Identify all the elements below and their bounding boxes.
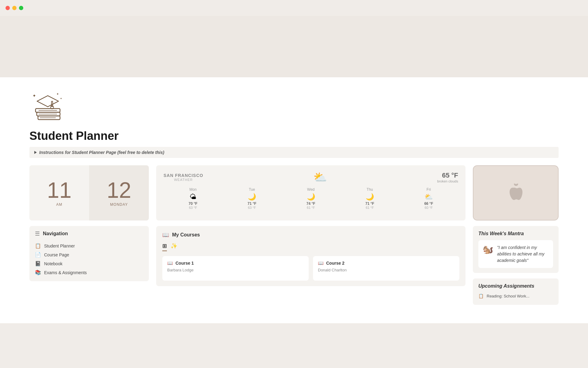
nav-item-label: Notebook [44, 261, 62, 266]
page-title: Student Planner [29, 129, 559, 143]
clock-period: AM [56, 202, 62, 207]
nav-item-student-planner[interactable]: 📋 Student Planner [35, 241, 143, 250]
assignments-title: Upcoming Assignments [478, 283, 553, 289]
forecast-mon-icon: 🌤 [164, 193, 222, 201]
weather-description: broken clouds [437, 179, 458, 183]
nav-item-label: Student Planner [44, 243, 75, 248]
main-grid: 11 AM 12 MONDAY ☰ Navigation 📋 Student P… [29, 165, 559, 305]
course-card-2[interactable]: 📖 Course 2 Donald Charlton [313, 256, 459, 281]
course-1-instructor: Barbara Lodge [167, 268, 304, 272]
weather-city: SAN FRANCISCO WEATHER [164, 173, 203, 182]
close-button[interactable] [6, 6, 10, 10]
weather-label: WEATHER [164, 178, 203, 182]
svg-marker-6 [37, 96, 58, 107]
forecast-wed-hi: 74 °F [281, 201, 340, 206]
mantra-widget: This Week's Mantra 🐿️ "I am confident in… [473, 226, 559, 273]
forecast-mon-hi: 70 °F [164, 201, 222, 206]
weather-forecast: Mon 🌤 70 °F 63 °F Tue 🌙 71 °F 63 °F Wed … [164, 187, 458, 209]
weather-current: 65 °F broken clouds [437, 171, 458, 183]
courses-icon: 📖 [162, 232, 169, 238]
weather-temp: 65 °F [437, 171, 458, 179]
mantra-title: This Week's Mantra [478, 231, 553, 236]
courses-header: 📖 My Courses [162, 232, 459, 238]
courses-tab-sparkle[interactable]: ✨ [171, 243, 177, 251]
nav-item-notebook[interactable]: 📓 Notebook [35, 259, 143, 268]
course-1-title: Course 1 [175, 261, 194, 266]
mantra-card: 🐿️ "I am confident in my abilities to ac… [478, 240, 553, 268]
clock-widget: 11 AM 12 MONDAY [29, 165, 149, 220]
nav-header: ☰ Navigation [35, 230, 143, 237]
course-1-icon: 📖 [167, 260, 173, 266]
assignment-placeholder: 📋 Reading: School Work... [478, 292, 553, 300]
graduation-logo: ✦ ✦ ✦ [29, 86, 66, 123]
navigation-widget: ☰ Navigation 📋 Student Planner 📄 Course … [29, 226, 149, 281]
weather-top: SAN FRANCISCO WEATHER ⛅ 65 °F broken clo… [164, 171, 458, 184]
center-column: SAN FRANCISCO WEATHER ⛅ 65 °F broken clo… [156, 165, 466, 286]
notebook-icon: 📓 [35, 261, 41, 266]
course-2-title: Course 2 [326, 261, 345, 266]
forecast-tue: Tue 🌙 71 °F 63 °F [222, 187, 281, 209]
forecast-wed-lo: 61 °F [281, 206, 340, 209]
weather-city-name: SAN FRANCISCO [164, 173, 203, 178]
forecast-day-name: Thu [340, 187, 399, 192]
course-card-1[interactable]: 📖 Course 1 Barbara Lodge [162, 256, 309, 281]
forecast-fri-icon: ⛅ [399, 193, 458, 201]
right-column: This Week's Mantra 🐿️ "I am confident in… [473, 165, 559, 305]
mac-widget [473, 165, 559, 220]
courses-grid: 📖 Course 1 Barbara Lodge 📖 Course 2 Dona… [162, 256, 459, 281]
courses-title: My Courses [172, 232, 200, 238]
nav-item-exams[interactable]: 📚 Exams & Assignments [35, 268, 143, 277]
forecast-thu-lo: 61 °F [340, 206, 399, 209]
page-content: ✦ ✦ ✦ Student Planner Instructions for S… [0, 77, 588, 323]
clock-hour-panel: 11 AM [29, 165, 89, 220]
mantra-text: "I am confident in my abilities to achie… [497, 244, 549, 264]
course-2-instructor: Donald Charlton [318, 268, 454, 272]
forecast-wed: Wed 🌙 74 °F 61 °F [281, 187, 340, 209]
forecast-day-name: Fri [399, 187, 458, 192]
forecast-tue-hi: 71 °F [222, 201, 281, 206]
mantra-emoji: 🐿️ [483, 244, 493, 255]
apple-logo-svg [507, 182, 525, 204]
instructions-text: Instructions for Student Planner Page (f… [39, 150, 164, 155]
course-2-icon: 📖 [318, 260, 324, 266]
exams-icon: 📚 [35, 270, 41, 275]
upcoming-assignments-widget: Upcoming Assignments 📋 Reading: School W… [473, 278, 559, 305]
forecast-fri-lo: 60 °F [399, 206, 458, 209]
assignment-list-icon: 📋 [478, 293, 484, 298]
weather-current-icon: ⛅ [313, 171, 327, 184]
instructions-bar[interactable]: Instructions for Student Planner Page (f… [29, 147, 559, 158]
courses-tab-bar: ⊞ ✨ [162, 243, 459, 251]
forecast-day-name: Tue [222, 187, 281, 192]
forecast-wed-icon: 🌙 [281, 193, 340, 201]
svg-text:✦: ✦ [60, 97, 62, 100]
forecast-mon-lo: 63 °F [164, 206, 222, 209]
course-card-1-header: 📖 Course 1 [167, 260, 304, 266]
nav-menu-icon: ☰ [35, 230, 40, 237]
clock-hour-value: 11 [47, 179, 71, 201]
forecast-thu-icon: 🌙 [340, 193, 399, 201]
forecast-thu-hi: 71 °F [340, 201, 399, 206]
nav-item-label: Course Page [44, 252, 69, 257]
nav-title: Navigation [43, 231, 68, 236]
forecast-mon: Mon 🌤 70 °F 63 °F [164, 187, 222, 209]
clock-day: MONDAY [110, 202, 128, 207]
nav-item-course-page[interactable]: 📄 Course Page [35, 250, 143, 259]
forecast-day-name: Wed [281, 187, 340, 192]
course-page-icon: 📄 [35, 252, 41, 258]
courses-tab-grid[interactable]: ⊞ [162, 243, 167, 251]
forecast-fri-hi: 66 °F [399, 201, 458, 206]
course-card-2-header: 📖 Course 2 [318, 260, 454, 266]
forecast-tue-icon: 🌙 [222, 193, 281, 201]
forecast-thu: Thu 🌙 71 °F 61 °F [340, 187, 399, 209]
assignment-label: Reading: School Work... [487, 294, 530, 298]
forecast-tue-lo: 63 °F [222, 206, 281, 209]
svg-text:✦: ✦ [32, 93, 36, 98]
logo-area: ✦ ✦ ✦ [29, 77, 559, 128]
forecast-day-name: Mon [164, 187, 222, 192]
maximize-button[interactable] [19, 6, 23, 10]
hero-banner [0, 16, 588, 77]
svg-text:✦: ✦ [56, 92, 59, 96]
minimize-button[interactable] [12, 6, 17, 10]
courses-widget: 📖 My Courses ⊞ ✨ 📖 Course 1 Barbara Lodg… [156, 226, 466, 286]
titlebar [0, 0, 588, 16]
